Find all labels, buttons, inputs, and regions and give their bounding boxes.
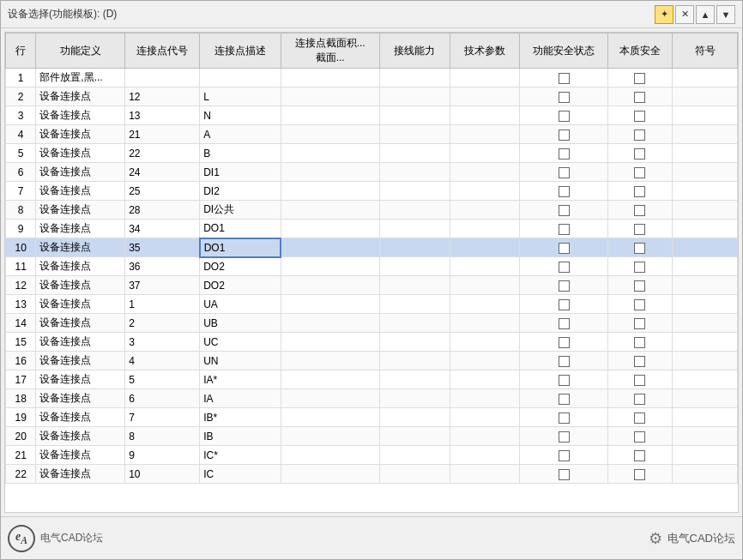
cell-safety[interactable]: [520, 87, 607, 106]
essential-checkbox[interactable]: [634, 224, 645, 235]
cell-safety[interactable]: [520, 125, 607, 144]
safety-checkbox[interactable]: [559, 318, 570, 329]
cell-essential[interactable]: [607, 182, 673, 201]
table-row[interactable]: 22设备连接点10IC: [6, 465, 738, 484]
cell-safety[interactable]: [520, 201, 607, 220]
cell-safety[interactable]: [520, 182, 607, 201]
cell-essential[interactable]: [607, 238, 673, 257]
cell-essential[interactable]: [607, 333, 673, 352]
table-row[interactable]: 7设备连接点25DI2: [6, 182, 738, 201]
cell-essential[interactable]: [607, 352, 673, 370]
cell-safety[interactable]: [520, 465, 607, 484]
essential-checkbox[interactable]: [634, 167, 645, 178]
table-row[interactable]: 21设备连接点9IC*: [6, 446, 738, 465]
cell-essential[interactable]: [607, 314, 673, 333]
essential-checkbox[interactable]: [634, 92, 645, 103]
essential-checkbox[interactable]: [634, 469, 645, 480]
table-row[interactable]: 14设备连接点2UB: [6, 314, 738, 333]
cell-essential[interactable]: [607, 408, 673, 427]
essential-checkbox[interactable]: [634, 129, 645, 141]
table-row[interactable]: 13设备连接点1UA: [6, 295, 738, 314]
cell-essential[interactable]: [607, 465, 673, 484]
safety-checkbox[interactable]: [559, 469, 570, 480]
safety-checkbox[interactable]: [559, 129, 570, 141]
essential-checkbox[interactable]: [634, 299, 645, 310]
cell-essential[interactable]: [607, 69, 673, 87]
safety-checkbox[interactable]: [559, 167, 570, 178]
essential-checkbox[interactable]: [634, 450, 645, 461]
cell-safety[interactable]: [520, 427, 607, 446]
essential-checkbox[interactable]: [634, 318, 645, 329]
table-row[interactable]: 1部件放置,黑...: [6, 69, 738, 87]
table-row[interactable]: 17设备连接点5IA*: [6, 370, 738, 389]
cell-essential[interactable]: [607, 106, 673, 125]
cell-essential[interactable]: [607, 446, 673, 465]
cell-essential[interactable]: [607, 144, 673, 163]
up-button[interactable]: ▲: [696, 5, 715, 24]
safety-checkbox[interactable]: [559, 92, 570, 103]
essential-checkbox[interactable]: [634, 111, 645, 122]
safety-checkbox[interactable]: [559, 73, 570, 84]
cell-essential[interactable]: [607, 427, 673, 446]
safety-checkbox[interactable]: [559, 205, 570, 216]
safety-checkbox[interactable]: [559, 148, 570, 160]
table-wrapper[interactable]: 行 功能定义 连接点代号 连接点描述 连接点截面积... 截面... 接线能力 …: [5, 33, 738, 512]
table-row[interactable]: 9设备连接点34DO1: [6, 220, 738, 238]
safety-checkbox[interactable]: [559, 337, 570, 348]
safety-checkbox[interactable]: [559, 375, 570, 386]
safety-checkbox[interactable]: [559, 224, 570, 235]
table-row[interactable]: 11设备连接点36DO2: [6, 257, 738, 276]
table-row[interactable]: 6设备连接点24DI1: [6, 163, 738, 182]
table-row[interactable]: 12设备连接点37DO2: [6, 276, 738, 295]
cell-safety[interactable]: [520, 389, 607, 408]
table-row[interactable]: 20设备连接点8IB: [6, 427, 738, 446]
safety-checkbox[interactable]: [559, 394, 570, 405]
table-row[interactable]: 5设备连接点22B: [6, 144, 738, 163]
essential-checkbox[interactable]: [634, 412, 645, 424]
safety-checkbox[interactable]: [559, 431, 570, 443]
essential-checkbox[interactable]: [634, 262, 645, 273]
down-button[interactable]: ▼: [716, 5, 735, 24]
cell-essential[interactable]: [607, 276, 673, 295]
essential-checkbox[interactable]: [634, 394, 645, 405]
table-row[interactable]: 2设备连接点12L: [6, 87, 738, 106]
cell-essential[interactable]: [607, 295, 673, 314]
cell-essential[interactable]: [607, 389, 673, 408]
table-row[interactable]: 19设备连接点7IB*: [6, 408, 738, 427]
cell-safety[interactable]: [520, 257, 607, 276]
cell-safety[interactable]: [520, 276, 607, 295]
safety-checkbox[interactable]: [559, 356, 570, 367]
safety-checkbox[interactable]: [559, 280, 570, 292]
essential-checkbox[interactable]: [634, 375, 645, 386]
safety-checkbox[interactable]: [559, 412, 570, 424]
safety-checkbox[interactable]: [559, 243, 570, 254]
cell-essential[interactable]: [607, 87, 673, 106]
cell-safety[interactable]: [520, 333, 607, 352]
essential-checkbox[interactable]: [634, 186, 645, 197]
cell-safety[interactable]: [520, 446, 607, 465]
cell-safety[interactable]: [520, 106, 607, 125]
essential-checkbox[interactable]: [634, 356, 645, 367]
essential-checkbox[interactable]: [634, 280, 645, 292]
delete-button[interactable]: ✕: [675, 5, 694, 24]
safety-checkbox[interactable]: [559, 111, 570, 122]
table-row[interactable]: 15设备连接点3UC: [6, 333, 738, 352]
safety-checkbox[interactable]: [559, 262, 570, 273]
table-row[interactable]: 8设备连接点28DI公共: [6, 201, 738, 220]
table-row[interactable]: 10设备连接点35DO1: [6, 238, 738, 257]
essential-checkbox[interactable]: [634, 205, 645, 216]
cell-safety[interactable]: [520, 314, 607, 333]
cell-safety[interactable]: [520, 295, 607, 314]
essential-checkbox[interactable]: [634, 148, 645, 160]
table-row[interactable]: 18设备连接点6IA: [6, 389, 738, 408]
essential-checkbox[interactable]: [634, 73, 645, 84]
cell-essential[interactable]: [607, 257, 673, 276]
cell-essential[interactable]: [607, 201, 673, 220]
cell-safety[interactable]: [520, 69, 607, 87]
cell-essential[interactable]: [607, 163, 673, 182]
safety-checkbox[interactable]: [559, 186, 570, 197]
cell-essential[interactable]: [607, 370, 673, 389]
cell-safety[interactable]: [520, 220, 607, 238]
cell-safety[interactable]: [520, 370, 607, 389]
table-row[interactable]: 4设备连接点21A: [6, 125, 738, 144]
